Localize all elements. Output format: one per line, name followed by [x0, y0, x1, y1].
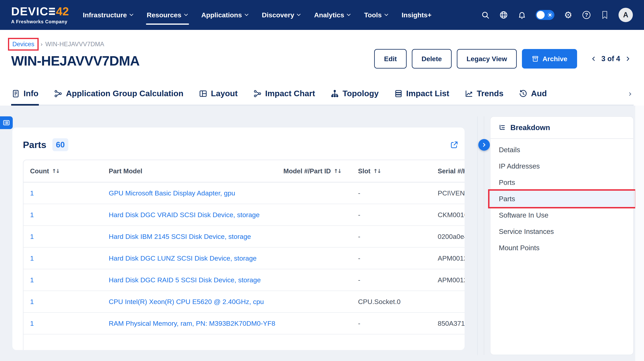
chevron-left-icon[interactable] [591, 56, 596, 62]
serial-cell: APM00125 [431, 254, 464, 262]
table-row: 1 RAM Physical Memory, ram, PN: M393B2K7… [24, 313, 464, 334]
parts-count-badge: 60 [52, 138, 68, 151]
page-scroll-gutter[interactable] [635, 106, 644, 361]
nav-item-infrastructure[interactable]: Infrastructure [83, 0, 134, 30]
nav-item-tools[interactable]: Tools [364, 0, 388, 30]
breakdown-item-parts[interactable]: Parts [490, 191, 633, 207]
slot-cell: - [352, 233, 431, 240]
nav-item-resources[interactable]: Resources [147, 0, 188, 30]
bookmark-icon[interactable] [600, 10, 609, 20]
part-model-link[interactable]: Hard Disk DGC LUNZ SCSI Disk Device, sto… [109, 254, 257, 262]
help-icon[interactable]: ? [582, 10, 591, 20]
nav-item-applications[interactable]: Applications [201, 0, 249, 30]
breadcrumb-devices-link[interactable]: Devices [12, 41, 34, 48]
slot-cell: - [352, 211, 431, 219]
gear-icon[interactable]: ⚙ [564, 10, 573, 20]
device-header: Devices › WIN-HEJAVVV7DMA WIN-HEJAVVV7DM… [0, 30, 644, 106]
collapse-panel-button[interactable] [478, 139, 490, 151]
chevron-down-icon [296, 14, 301, 16]
breadcrumb-separator: › [40, 41, 42, 48]
nav-item-insights[interactable]: Insights+ [402, 0, 432, 30]
pager-text: 3 of 4 [602, 55, 620, 63]
trend-line-icon [465, 90, 473, 98]
history-icon [519, 90, 527, 98]
serial-cell: CKM0016 [431, 211, 464, 219]
slot-cell: - [352, 254, 431, 262]
tab-audit[interactable]: Aud [518, 84, 547, 105]
search-icon[interactable] [481, 10, 490, 20]
main-menu: Infrastructure Resources Applications Di… [83, 0, 432, 30]
breakdown-item-mount-points[interactable]: Mount Points [490, 240, 633, 256]
tab-trends[interactable]: Trends [464, 84, 504, 105]
sort-icon[interactable]: ↑↓ [373, 168, 380, 174]
record-pager: 3 of 4 [591, 55, 631, 63]
breakdown-item-software-in-use[interactable]: Software In Use [490, 207, 633, 223]
layout-icon [199, 90, 207, 98]
delete-button[interactable]: Delete [412, 49, 452, 69]
device-tabs: Info Application Group Calculation Layou… [11, 84, 634, 106]
sort-icon[interactable]: ↑↓ [52, 168, 59, 174]
breakdown-item-ports[interactable]: Ports [490, 174, 633, 191]
sort-icon[interactable]: ↑↓ [334, 168, 341, 174]
part-count-link[interactable]: 1 [30, 276, 34, 284]
column-header-part-model: Part Model [102, 167, 277, 175]
tab-info[interactable]: Info [11, 84, 39, 106]
side-flyout-toggle[interactable] [0, 116, 13, 129]
list-panel-icon [2, 119, 10, 127]
breakdown-title: Breakdown [510, 124, 550, 132]
serial-cell: PCI\VEN_1 [431, 189, 464, 197]
tab-impact-list[interactable]: Impact List [394, 84, 450, 105]
breakdown-item-details[interactable]: Details [490, 142, 633, 158]
globe-icon[interactable] [499, 10, 508, 20]
part-model-link[interactable]: Hard Disk IBM 2145 SCSI Disk Device, sto… [109, 233, 251, 240]
part-count-link[interactable]: 1 [30, 189, 34, 197]
part-model-link[interactable]: CPU Intel(R) Xeon(R) CPU E5620 @ 2.40GHz… [109, 298, 264, 305]
breadcrumb-current: WIN-HEJAVVV7DMA [46, 41, 104, 48]
tab-topology[interactable]: Topology [330, 84, 379, 105]
serial-cell: 850A3718 [431, 319, 464, 327]
panel-divider [477, 116, 478, 355]
avatar[interactable]: A [618, 8, 633, 22]
part-count-link[interactable]: 1 [30, 319, 34, 327]
breakdown-item-ip-addresses[interactable]: IP Addresses [490, 158, 633, 174]
column-header-model-part-id: Model #/Part ID ↑↓ [277, 167, 352, 175]
page-title: WIN-HEJAVVV7DMA [11, 53, 140, 69]
annotation-highlight-devices: Devices [8, 38, 39, 51]
nav-item-discovery[interactable]: Discovery [262, 0, 301, 30]
chevron-down-icon [244, 14, 249, 16]
nav-utilities: ⚙ ? A [481, 8, 633, 22]
part-count-link[interactable]: 1 [30, 298, 34, 305]
open-in-new-icon[interactable] [450, 140, 458, 149]
table-row: 1 GPU Microsoft Basic Display Adapter, g… [24, 182, 464, 204]
tab-impact-chart[interactable]: Impact Chart [253, 84, 316, 105]
parts-table-header: Count ↑↓ Part Model Model #/Part ID ↑↓ S… [24, 160, 464, 182]
part-model-link[interactable]: Hard Disk DGC RAID 5 SCSI Disk Device, s… [109, 276, 261, 284]
chevron-right-icon[interactable] [625, 56, 631, 62]
parts-table: Count ↑↓ Part Model Model #/Part ID ↑↓ S… [23, 160, 464, 350]
device42-logo[interactable]: DEVIC 42 A Freshworks Company [11, 6, 69, 25]
share-network-icon [253, 90, 262, 98]
chevron-right-icon [482, 142, 487, 147]
breakdown-items: Details IP Addresses Ports Parts Softwar… [490, 139, 633, 256]
breakdown-item-service-instances[interactable]: Service Instances [490, 223, 633, 240]
bell-icon[interactable] [517, 10, 526, 20]
theme-toggle[interactable] [536, 10, 554, 20]
parts-title: Parts [23, 139, 46, 150]
nav-item-analytics[interactable]: Analytics [314, 0, 351, 30]
tab-application-group-calculation[interactable]: Application Group Calculation [54, 84, 184, 105]
part-count-link[interactable]: 1 [30, 254, 34, 262]
edit-button[interactable]: Edit [374, 49, 406, 69]
part-model-link[interactable]: RAM Physical Memory, ram, PN: M393B2K70D… [109, 319, 275, 327]
more-tabs-chevron-icon[interactable] [627, 91, 634, 105]
logo-accent-text: 42 [56, 6, 69, 17]
archive-button[interactable]: Archive [522, 49, 577, 69]
legacy-view-button[interactable]: Legacy View [457, 49, 517, 69]
breadcrumb: Devices › WIN-HEJAVVV7DMA [8, 38, 104, 51]
table-row: 1 Hard Disk DGC VRAID SCSI Disk Device, … [24, 204, 464, 226]
tab-layout[interactable]: Layout [198, 84, 238, 105]
part-count-link[interactable]: 1 [30, 211, 34, 219]
chevron-down-icon [384, 14, 388, 16]
part-count-link[interactable]: 1 [30, 233, 34, 240]
part-model-link[interactable]: GPU Microsoft Basic Display Adapter, gpu [109, 189, 235, 197]
part-model-link[interactable]: Hard Disk DGC VRAID SCSI Disk Device, st… [109, 211, 260, 219]
